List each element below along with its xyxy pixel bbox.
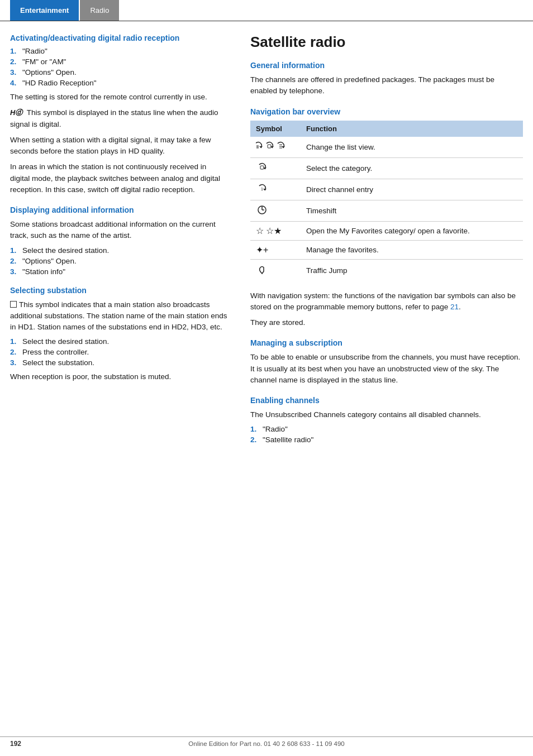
function-cell: Direct channel entry [301, 179, 523, 200]
table-row: Traffic Jump [250, 259, 523, 281]
section-subscription-title: Managing a subscription [250, 338, 523, 347]
substation-symbol [10, 301, 17, 308]
function-cell: Change the list view. [301, 137, 523, 158]
activate-steps-list: 1."Radio" 2."FM" or "AM" 3."Options" Ope… [10, 47, 228, 87]
section-activate-title: Activating/deactivating digital radio re… [10, 34, 228, 42]
table-row: ✦+ Manage the favorites. [250, 240, 523, 259]
timeshift-svg [256, 204, 268, 216]
navigation-table: Symbol Function [250, 121, 523, 281]
top-nav: Entertainment Radio [0, 0, 533, 21]
display-para: Some stations broadcast additional infor… [10, 219, 228, 242]
hd-symbol: Hⓓ [10, 108, 22, 117]
nav-tab-entertainment-label: Entertainment [20, 6, 69, 15]
after-table-para2: They are stored. [250, 317, 523, 328]
function-cell: Traffic Jump [301, 259, 523, 281]
list-item: 2."Satellite radio" [250, 436, 523, 444]
section-nav-overview-title: Navigation bar overview [250, 107, 523, 116]
activate-note3: When setting a station with a digital si… [10, 135, 228, 157]
list-item: 2."FM" or "AM" [10, 58, 228, 66]
page-number: 192 [10, 740, 21, 748]
list-view-svg [256, 141, 289, 152]
section-display-title: Displaying additional information [10, 205, 228, 214]
table-row: Change the list view. [250, 137, 523, 158]
svg-marker-11 [263, 189, 266, 190]
symbol-cell [250, 259, 301, 281]
enabling-para: The Unsubscribed Channels category conta… [250, 409, 523, 420]
list-item: 1."Radio" [10, 47, 228, 55]
list-item: 3."Options" Open. [10, 68, 228, 76]
left-column: Activating/deactivating digital radio re… [10, 34, 245, 448]
symbol-cell: 1 [250, 179, 301, 200]
footer: 192 Online Edition for Part no. 01 40 2 … [0, 736, 533, 747]
list-item: 3."Station info" [10, 267, 228, 276]
section-substation-title: Selecting substation [10, 286, 228, 295]
list-item: 2.Press the controller. [10, 348, 228, 356]
after-table-para1: With navigation system: the functions of… [250, 290, 523, 313]
section-general-title: General information [250, 61, 523, 70]
list-item: 1."Radio" [250, 425, 523, 433]
list-item: 2."Options" Open. [10, 257, 228, 265]
page-title: Satellite radio [250, 34, 523, 51]
table-header-function: Function [301, 121, 523, 137]
manage-fav-icon: ✦+ [256, 245, 268, 255]
list-item: 1.Select the desired station. [10, 246, 228, 255]
table-row: 1 Direct channel entry [250, 179, 523, 200]
symbol-cell [250, 137, 301, 158]
function-cell: Select the category. [301, 157, 523, 179]
subscription-para: To be able to enable or unsubscribe from… [250, 352, 523, 386]
substation-note: When reception is poor, the substation i… [10, 371, 228, 382]
nav-tab-radio[interactable]: Radio [80, 0, 119, 21]
traffic-jump-svg [256, 264, 268, 276]
table-header-symbol: Symbol [250, 121, 301, 137]
svg-marker-0 [259, 146, 263, 148]
substation-para: This symbol indicates that a main statio… [10, 299, 228, 333]
symbol-cell: ✦+ [250, 240, 301, 259]
table-row: Timeshift [250, 200, 523, 221]
nav-tab-entertainment[interactable]: Entertainment [10, 0, 79, 21]
symbol-cell [250, 157, 301, 179]
list-item: 4."HD Radio Reception" [10, 79, 228, 87]
general-para: The channels are offered in predefined p… [250, 74, 523, 97]
function-cell: Timeshift [301, 200, 523, 221]
enabling-steps-list: 1."Radio" 2."Satellite radio" [250, 425, 523, 444]
table-row: Select the category. [250, 157, 523, 179]
symbol-cell [250, 200, 301, 221]
favorites-icons: ☆ ☆★ [256, 226, 282, 236]
activate-note1: The setting is stored for the remote con… [10, 92, 228, 103]
table-row: ☆ ☆★ Open the My Favorites category/ ope… [250, 221, 523, 240]
right-column: Satellite radio General information The … [245, 34, 523, 448]
footer-edition: Online Edition for Part no. 01 40 2 608 … [188, 740, 344, 747]
channel-entry-svg: 1 [256, 183, 268, 194]
list-view-icons [256, 145, 289, 154]
category-svg [256, 162, 268, 173]
symbol-cell: ☆ ☆★ [250, 221, 301, 240]
nav-tab-radio-label: Radio [90, 6, 109, 15]
list-item: 1.Select the desired station. [10, 337, 228, 346]
list-item: 3.Select the substation. [10, 358, 228, 367]
page-link[interactable]: 21 [450, 303, 459, 311]
activate-note4: In areas in which the station is not con… [10, 161, 228, 195]
function-cell: Manage the favorites. [301, 240, 523, 259]
activate-note2: Hⓓ This symbol is displayed in the statu… [10, 107, 228, 130]
content-area: Activating/deactivating digital radio re… [0, 21, 533, 465]
svg-text:1: 1 [261, 187, 263, 191]
section-enabling-title: Enabling channels [250, 396, 523, 405]
substation-steps-list: 1.Select the desired station. 2.Press th… [10, 337, 228, 367]
function-cell: Open the My Favorites category/ open a f… [301, 221, 523, 240]
display-steps-list: 1.Select the desired station. 2."Options… [10, 246, 228, 276]
page-wrapper: Entertainment Radio Activating/deactivat… [0, 0, 533, 756]
